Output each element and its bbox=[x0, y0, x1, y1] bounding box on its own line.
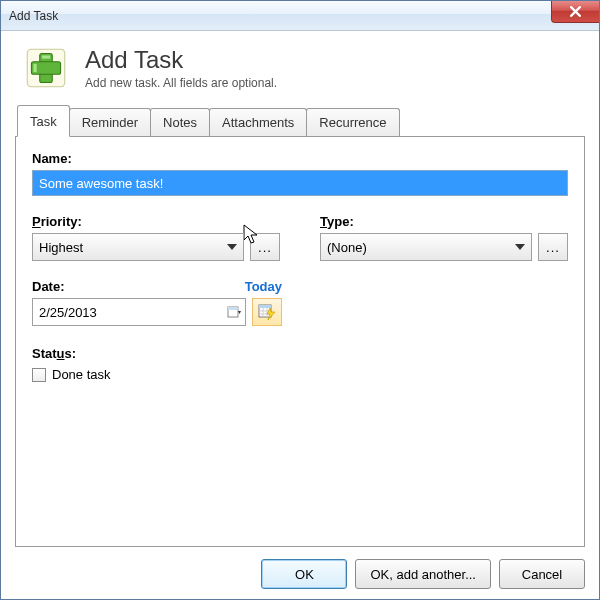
date-value: 2/25/2013 bbox=[39, 305, 97, 320]
chevron-down-icon bbox=[515, 244, 525, 250]
calendar-lightning-icon bbox=[258, 303, 276, 321]
tab-notes[interactable]: Notes bbox=[150, 108, 210, 136]
ok-add-another-button[interactable]: OK, add another... bbox=[355, 559, 491, 589]
tab-recurrence[interactable]: Recurrence bbox=[306, 108, 399, 136]
titlebar: Add Task bbox=[1, 1, 599, 31]
calendar-button[interactable] bbox=[252, 298, 282, 326]
today-link[interactable]: Today bbox=[245, 279, 282, 294]
done-label: Done task bbox=[52, 367, 111, 382]
ok-button[interactable]: OK bbox=[261, 559, 347, 589]
add-task-icon bbox=[21, 43, 71, 93]
status-label: Status: bbox=[32, 346, 568, 361]
close-button[interactable] bbox=[551, 1, 599, 23]
date-label: Date: bbox=[32, 279, 65, 294]
svg-rect-9 bbox=[259, 305, 271, 308]
dialog-buttons: OK OK, add another... Cancel bbox=[15, 547, 585, 589]
svg-rect-7 bbox=[228, 307, 238, 310]
tab-bar: Task Reminder Notes Attachments Recurren… bbox=[15, 105, 585, 136]
priority-label: Priority: bbox=[32, 214, 280, 229]
name-label: Name: bbox=[32, 151, 568, 166]
chevron-down-icon bbox=[227, 244, 237, 250]
priority-value: Highest bbox=[39, 240, 83, 255]
close-icon bbox=[570, 6, 581, 17]
svg-rect-5 bbox=[34, 64, 37, 72]
tab-attachments[interactable]: Attachments bbox=[209, 108, 307, 136]
calendar-dropdown-icon[interactable] bbox=[227, 305, 241, 319]
dialog-subtitle: Add new task. All fields are optional. bbox=[85, 76, 277, 90]
type-more-button[interactable]: ... bbox=[538, 233, 568, 261]
window-title: Add Task bbox=[9, 9, 58, 23]
add-task-dialog: Add Task Add Task Add new task. All fiel… bbox=[0, 0, 600, 600]
priority-select[interactable]: Highest bbox=[32, 233, 244, 261]
dialog-content: Add Task Add new task. All fields are op… bbox=[1, 31, 599, 599]
dialog-title: Add Task bbox=[85, 46, 277, 74]
svg-rect-4 bbox=[42, 56, 50, 59]
type-value: (None) bbox=[327, 240, 367, 255]
tab-panel-task: Name: Priority: Highest ... bbox=[15, 136, 585, 547]
svg-rect-3 bbox=[41, 63, 51, 73]
dialog-header: Add Task Add new task. All fields are op… bbox=[15, 43, 585, 93]
done-checkbox[interactable] bbox=[32, 368, 46, 382]
name-input[interactable] bbox=[32, 170, 568, 196]
date-input[interactable]: 2/25/2013 bbox=[32, 298, 246, 326]
cancel-button[interactable]: Cancel bbox=[499, 559, 585, 589]
tab-reminder[interactable]: Reminder bbox=[69, 108, 151, 136]
tab-task[interactable]: Task bbox=[17, 105, 70, 137]
priority-more-button[interactable]: ... bbox=[250, 233, 280, 261]
type-select[interactable]: (None) bbox=[320, 233, 532, 261]
type-label: Type: bbox=[320, 214, 568, 229]
